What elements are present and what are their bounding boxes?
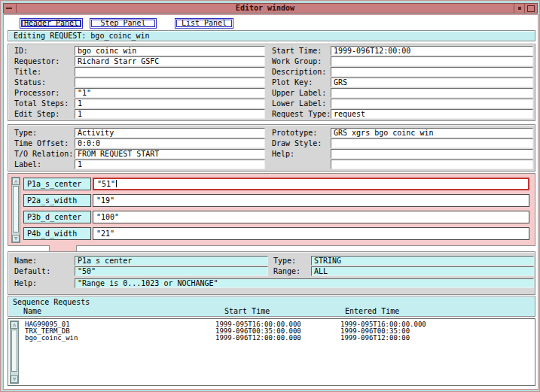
param-name-label: Name: <box>14 257 37 266</box>
param-detail-panel: Name: P1a_s_center Type: STRING Default:… <box>8 251 535 295</box>
param-value-input-focused[interactable]: "51" <box>93 178 529 190</box>
time-offset-label: Time Offset: <box>14 139 69 148</box>
plot-key-input[interactable]: GRS <box>331 77 533 87</box>
window-body: Header Panel Step Panel List Panel Editi… <box>3 14 538 390</box>
upper-label-input[interactable] <box>331 88 533 98</box>
window-menu-dash-icon <box>6 8 12 9</box>
parameters-panel: △ ▽ P1a_s_center "51" P2a_s_width "19" P… <box>8 173 535 246</box>
processor-label: Processor: <box>14 89 59 98</box>
param-range-label: Range: <box>273 267 301 276</box>
editing-banner: Editing REQUEST: bgo_coinc_win <box>8 30 535 41</box>
param-name-tag[interactable]: P4b_d_width <box>23 227 91 240</box>
param-default-field[interactable]: "50" <box>75 266 268 276</box>
total-steps-input[interactable]: 1 <box>75 99 265 108</box>
processor-input[interactable]: "1" <box>75 88 265 98</box>
param-type-label: Type: <box>273 257 296 266</box>
param-help-label: Help: <box>14 279 37 288</box>
titlebar[interactable]: Editor window <box>3 3 538 14</box>
parameters-panel-tab <box>49 245 77 252</box>
requestor-input[interactable]: Richard Starr GSFC <box>75 56 265 66</box>
title-input[interactable] <box>75 67 265 77</box>
to-relation-input[interactable]: FROM_REQUEST_START <box>75 149 265 159</box>
sequence-requests-header: Sequence Requests Name Start Time Entere… <box>8 296 535 317</box>
param-value-input[interactable]: "19" <box>93 194 529 207</box>
sequence-requests-list: △ ▽ HAG99095_01 1999-095T16:00:00.000 19… <box>8 318 535 386</box>
status-input[interactable] <box>75 77 265 87</box>
param-name-tag[interactable]: P2a_s_width <box>23 194 91 207</box>
prototype-label: Prototype: <box>272 129 317 138</box>
requestor-label: Requestor: <box>14 57 59 66</box>
param-name-tag[interactable]: P3b_d_center <box>23 211 91 223</box>
title-label: Title: <box>14 68 41 77</box>
step-form-panel: Type: Activity Time Offset: 0:0:0 T/O Re… <box>8 124 535 172</box>
time-offset-input[interactable]: 0:0:0 <box>75 138 265 148</box>
description-input[interactable] <box>331 67 533 77</box>
param-range-field[interactable]: ALL <box>311 266 534 276</box>
sequence-requests-title: Sequence Requests <box>13 298 90 307</box>
scroll-up-icon[interactable]: △ <box>12 178 20 185</box>
type-label: Type: <box>14 129 37 138</box>
label-label: Label: <box>14 160 41 169</box>
scroll-down-icon[interactable]: ▽ <box>12 235 20 242</box>
help-label: Help: <box>272 150 294 159</box>
column-start-time: Start Time <box>224 307 270 316</box>
prototype-input[interactable]: GRS_xgrs_bgo_coinc_win <box>331 128 533 138</box>
edit-step-label: Edit Step: <box>14 110 59 119</box>
draw-style-label: Draw Style: <box>272 139 322 148</box>
lower-label-label: Lower Label: <box>272 99 326 108</box>
edit-step-input[interactable]: 1 <box>75 109 265 119</box>
column-entered-time: Entered Time <box>345 307 399 316</box>
extra-field-input[interactable] <box>331 160 533 169</box>
iconify-button[interactable] <box>514 4 524 13</box>
request-type-label: Request Type: <box>272 110 331 119</box>
work-group-input[interactable] <box>331 56 533 66</box>
column-name: Name <box>23 307 41 316</box>
window-menu-button[interactable] <box>4 4 17 13</box>
upper-label-label: Upper Label: <box>272 89 326 98</box>
type-input[interactable]: Activity <box>75 128 265 138</box>
iconify-dot-icon <box>518 7 521 10</box>
start-time-label: Start Time: <box>272 47 322 56</box>
plot-key-label: Plot Key: <box>272 78 313 87</box>
description-label: Description: <box>272 68 326 77</box>
param-value-input[interactable]: "21" <box>93 227 529 240</box>
total-steps-label: Total Steps: <box>14 99 69 108</box>
status-label: Status: <box>14 78 46 87</box>
scroll-down-icon[interactable]: ▽ <box>11 375 18 383</box>
maximize-button[interactable] <box>524 4 537 13</box>
editor-window: Editor window Header Panel Step Panel Li… <box>0 0 540 392</box>
param-name-tag[interactable]: P1a_s_center <box>23 178 91 190</box>
header-form-panel: ID: bgo_coinc_win Requestor: Richard Sta… <box>8 44 535 121</box>
step-panel-button[interactable]: Step Panel <box>90 18 157 29</box>
help-input[interactable] <box>331 149 533 159</box>
lower-label-input[interactable] <box>331 99 533 108</box>
to-relation-label: T/O Relation: <box>14 150 73 159</box>
scrollbar-thumb[interactable] <box>13 186 19 232</box>
maximize-square-icon <box>527 5 535 12</box>
label-input[interactable]: 1 <box>75 160 265 169</box>
id-input[interactable]: bgo_coinc_win <box>75 46 265 56</box>
draw-style-input[interactable] <box>331 138 533 148</box>
param-help-field[interactable]: "Range is 0...1023 or NOCHANGE" <box>75 278 534 288</box>
request-type-input[interactable]: request <box>331 109 533 119</box>
param-value-input[interactable]: "100" <box>93 211 529 223</box>
param-type-field[interactable]: STRING <box>311 256 534 266</box>
work-group-label: Work Group: <box>272 57 322 66</box>
start-time-input[interactable]: 1999-096T12:00:00 <box>331 46 533 56</box>
parameters-scrollbar[interactable]: △ ▽ <box>11 177 20 243</box>
param-default-label: Default: <box>14 267 50 276</box>
text-cursor <box>116 180 117 187</box>
param-name-field[interactable]: P1a_s_center <box>75 256 268 266</box>
id-label: ID: <box>14 47 28 56</box>
list-panel-button[interactable]: List Panel <box>175 18 233 29</box>
sequence-row[interactable]: bgo_coinc_win 1999-096T12:00:00.000 1999… <box>8 335 533 342</box>
window-title: Editor window <box>17 4 514 13</box>
header-panel-button[interactable]: Header Panel <box>20 18 83 29</box>
